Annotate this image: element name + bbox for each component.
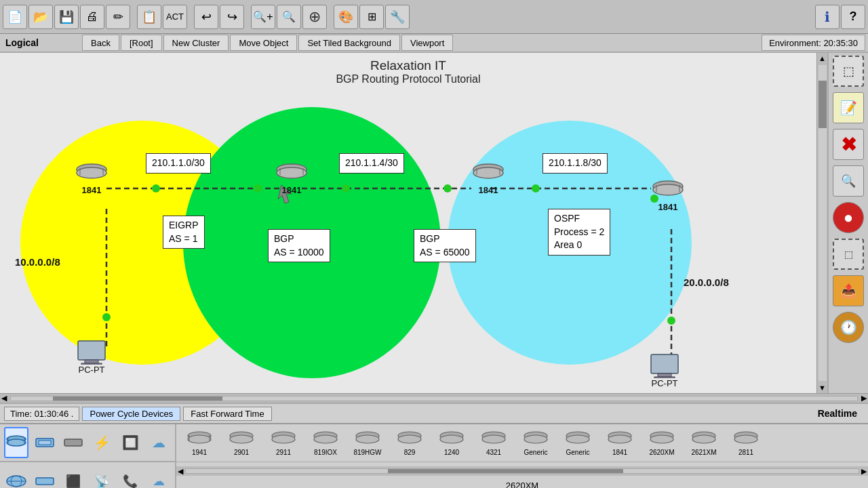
set-tiled-bg-button[interactable]: Set Tiled Background	[298, 35, 400, 51]
router-819HGW[interactable]: 819HGW	[347, 430, 388, 456]
toolbar: 📄 📂 💾 🖨 ✏ 📋 ACT ↩ ↪ 🔍+ 🔍 ⊕ 🎨 ⊞ 🔧 ℹ ?	[0, 0, 868, 34]
palette-button[interactable]: 🎨	[334, 5, 358, 29]
svg-rect-41	[39, 441, 51, 445]
router-generic-2[interactable]: Generic	[557, 430, 598, 456]
svg-point-70	[692, 435, 715, 443]
hubs-category[interactable]	[61, 427, 85, 458]
router-1841[interactable]: 1841	[599, 430, 640, 456]
hscroll-left-arrow[interactable]: ◀	[0, 394, 8, 403]
pc-2[interactable]: PC-PT	[648, 351, 682, 388]
print-button[interactable]: 🖨	[80, 5, 104, 29]
zoom-fit-button[interactable]: ⊕	[302, 5, 327, 29]
svg-rect-34	[658, 373, 671, 377]
back-button[interactable]: Back	[82, 35, 119, 51]
red-dot-button[interactable]: ●	[833, 202, 864, 233]
realtime-label: Realtime	[818, 408, 864, 419]
hscroll-canvas-thumb[interactable]	[53, 396, 222, 401]
vertical-scrollbar[interactable]: ▲ ▼	[816, 53, 827, 393]
info-box-ospf: OSPFProcess = 2Area 0	[548, 209, 610, 256]
svg-point-56	[398, 435, 421, 443]
router-1240[interactable]: 1240	[431, 430, 472, 456]
canvas[interactable]: Relaxation IT BGP Routing Protocol Tutor…	[0, 53, 816, 393]
security-category[interactable]: 🔲	[118, 427, 142, 458]
hscroll-router-left[interactable]: ◀	[178, 467, 183, 476]
zoom-in2-button[interactable]: 🔍	[277, 5, 301, 29]
wan-category[interactable]	[4, 466, 28, 489]
device-category-icons-top: ⚡ 🔲 ☁	[0, 424, 176, 462]
router-2620XM[interactable]: 2620XM	[642, 430, 682, 456]
select-rect-button[interactable]: ⬚	[833, 56, 864, 87]
router-1240-icon	[438, 430, 465, 449]
vscroll-thumb[interactable]	[818, 81, 827, 128]
router-1841-2[interactable]: 1841	[275, 161, 309, 195]
switch2-category[interactable]	[33, 466, 57, 489]
router-2621XM[interactable]: 2621XM	[684, 430, 724, 456]
zoom-panel-button[interactable]: 🔍	[833, 165, 864, 197]
router-2911[interactable]: 2911	[263, 430, 304, 456]
edit-button[interactable]: ✏	[106, 5, 130, 29]
svg-point-12	[667, 317, 675, 325]
router-1941[interactable]: 1941	[179, 430, 220, 456]
open-button[interactable]: 📂	[28, 5, 53, 29]
root-button[interactable]: [Root]	[121, 35, 162, 51]
help-button[interactable]: ?	[841, 5, 865, 29]
note-button[interactable]: 📝	[833, 92, 864, 123]
phone-category[interactable]: 📞	[118, 466, 142, 489]
fast-forward-button[interactable]: Fast Forward Time	[183, 407, 271, 421]
undo-button[interactable]: ↩	[194, 5, 218, 29]
info-button[interactable]: ℹ	[815, 5, 840, 29]
router-1841-4[interactable]: 1841	[651, 178, 685, 212]
router-819IOX[interactable]: 819IOX	[305, 430, 346, 456]
clock-button[interactable]: 🕐	[833, 312, 864, 343]
copy-button[interactable]: 📋	[137, 5, 161, 29]
router-819HGW-label: 819HGW	[353, 449, 381, 456]
new-cluster-button[interactable]: New Cluster	[163, 35, 229, 51]
router-2811-label: 2811	[738, 449, 753, 456]
router-2911-label: 2911	[276, 449, 291, 456]
switches-category[interactable]	[33, 427, 57, 458]
router-1841-3[interactable]: 1841	[471, 161, 505, 195]
title-line1: Relaxation IT	[0, 58, 816, 73]
router-1841-1[interactable]: 1841	[75, 161, 108, 195]
zoom-in-button[interactable]: 🔍+	[251, 5, 275, 29]
hscroll-canvas[interactable]: ◀ ▶	[0, 393, 868, 403]
svg-point-66	[608, 435, 631, 443]
router-2901[interactable]: 2901	[221, 430, 262, 456]
cloud2-category[interactable]: ☁	[146, 466, 171, 489]
redo-button[interactable]: ↪	[220, 5, 244, 29]
new-button[interactable]: 📄	[3, 5, 27, 29]
hscroll-right-arrow[interactable]: ▶	[860, 394, 868, 403]
router-829-label: 829	[404, 449, 416, 456]
grid-button[interactable]: ⊞	[359, 5, 384, 29]
router-generic2-icon	[564, 430, 591, 449]
select-poly-button[interactable]: ⬚	[833, 239, 864, 270]
vscroll-down[interactable]: ▼	[817, 382, 827, 393]
pc-icon-1	[75, 338, 108, 365]
router-generic1-label: Generic	[524, 449, 547, 456]
move-layout-button[interactable]: 📤	[833, 275, 864, 306]
pc-1[interactable]: PC-PT	[75, 338, 108, 375]
wireless-category[interactable]: ⚡	[90, 427, 114, 458]
power-cycle-button[interactable]: Power Cycle Devices	[82, 407, 180, 421]
router-4321[interactable]: 4321	[473, 430, 514, 456]
viewport-button[interactable]: Viewport	[401, 35, 453, 51]
delete-button[interactable]: ✖	[833, 129, 864, 160]
hscroll-router-right[interactable]: ▶	[861, 467, 867, 476]
vscroll-up[interactable]: ▲	[817, 53, 827, 64]
move-object-button[interactable]: Move Object	[230, 35, 297, 51]
hscroll-router-bar[interactable]: ◀ ▶	[176, 466, 868, 476]
router-829[interactable]: 829	[389, 430, 430, 456]
cloud-category[interactable]: ☁	[146, 427, 171, 458]
module-category[interactable]: ⬛	[61, 466, 85, 489]
statusbar: Time: 01:30:46 . Power Cycle Devices Fas…	[0, 403, 868, 423]
activity-button[interactable]: ACT	[163, 5, 187, 29]
hscroll-router-thumb[interactable]	[388, 469, 623, 473]
router-2811[interactable]: 2811	[726, 430, 766, 456]
routers-category[interactable]	[4, 427, 28, 458]
custom-button[interactable]: 🔧	[385, 5, 410, 29]
router-generic-1[interactable]: Generic	[515, 430, 556, 456]
router-generic2-label: Generic	[566, 449, 589, 456]
router-4321-label: 4321	[486, 449, 501, 456]
save-button[interactable]: 💾	[54, 5, 79, 29]
wireless2-category[interactable]: 📡	[90, 466, 114, 489]
